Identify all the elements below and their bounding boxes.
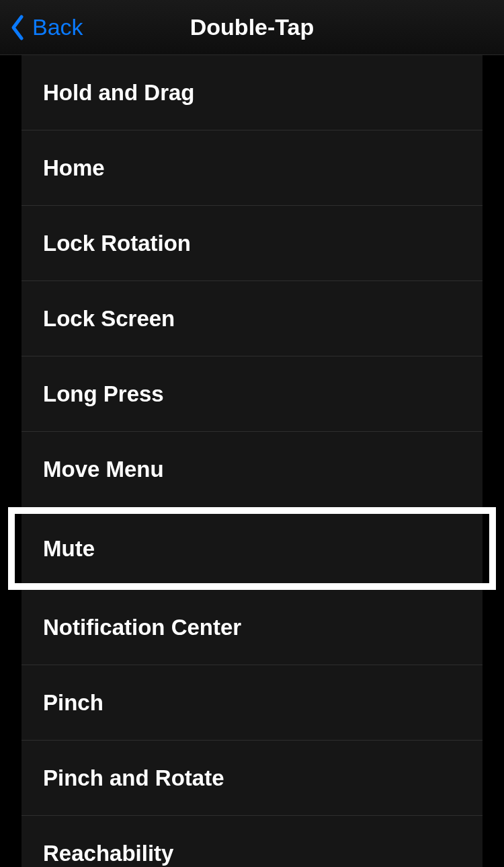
option-pinch-and-rotate[interactable]: Pinch and Rotate xyxy=(22,741,482,816)
option-label: Pinch and Rotate xyxy=(43,765,224,791)
option-long-press[interactable]: Long Press xyxy=(22,356,482,432)
option-label: Pinch xyxy=(43,690,103,716)
option-home[interactable]: Home xyxy=(22,130,482,206)
chevron-left-icon xyxy=(9,14,26,41)
option-label: Home xyxy=(43,155,105,181)
option-label: Mute xyxy=(43,536,95,562)
option-pinch[interactable]: Pinch xyxy=(22,665,482,741)
option-lock-screen[interactable]: Lock Screen xyxy=(22,281,482,356)
option-label: Long Press xyxy=(43,381,164,407)
option-lock-rotation[interactable]: Lock Rotation xyxy=(22,206,482,281)
option-hold-and-drag[interactable]: Hold and Drag xyxy=(22,55,482,130)
option-reachability[interactable]: Reachability xyxy=(22,816,482,867)
option-mute[interactable]: Mute xyxy=(8,507,496,590)
option-label: Hold and Drag xyxy=(43,80,195,106)
option-label: Lock Screen xyxy=(43,306,175,332)
navigation-bar: Back Double-Tap xyxy=(0,0,504,55)
page-title: Double-Tap xyxy=(190,14,314,40)
options-list: Hold and Drag Home Lock Rotation Lock Sc… xyxy=(22,55,482,867)
back-button[interactable]: Back xyxy=(9,14,83,41)
option-label: Move Menu xyxy=(43,457,164,482)
option-label: Notification Center xyxy=(43,615,241,640)
option-label: Reachability xyxy=(43,841,173,866)
content-area: Hold and Drag Home Lock Rotation Lock Sc… xyxy=(0,55,504,867)
option-move-menu[interactable]: Move Menu xyxy=(22,432,482,507)
option-label: Lock Rotation xyxy=(43,231,191,256)
option-notification-center[interactable]: Notification Center xyxy=(22,590,482,665)
back-label: Back xyxy=(32,14,83,40)
